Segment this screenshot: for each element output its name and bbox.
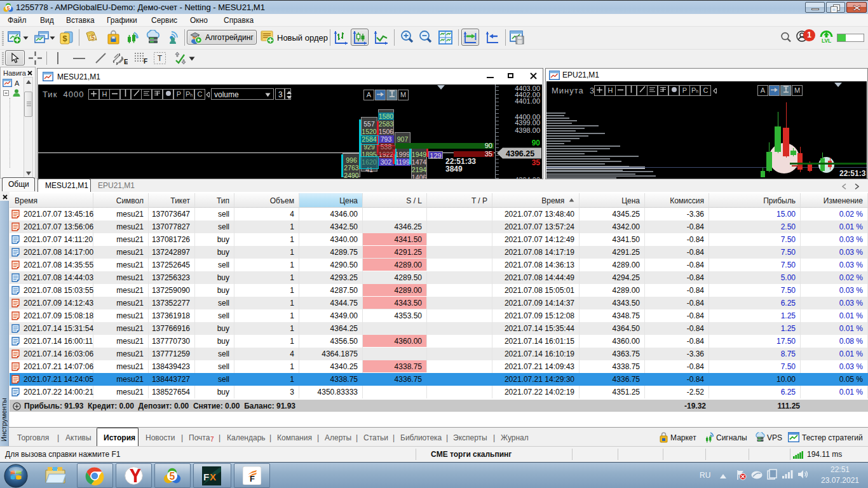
svg-text:F: F bbox=[250, 474, 255, 484]
svg-text:$: $ bbox=[62, 34, 67, 43]
svg-text:5: 5 bbox=[6, 5, 10, 11]
svg-text:LVL: LVL bbox=[822, 37, 831, 43]
svg-text:E: E bbox=[124, 58, 128, 65]
svg-text:F: F bbox=[203, 471, 209, 482]
svg-text:F: F bbox=[144, 58, 147, 65]
svg-text:4396.25: 4396.25 bbox=[506, 149, 534, 158]
svg-text:5: 5 bbox=[170, 471, 175, 482]
svg-text:5: 5 bbox=[91, 34, 95, 41]
svg-text:X: X bbox=[210, 471, 216, 482]
svg-text:T: T bbox=[158, 54, 163, 63]
